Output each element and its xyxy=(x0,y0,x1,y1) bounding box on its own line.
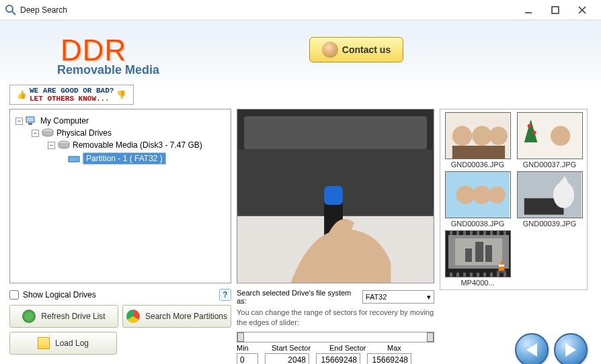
show-logical-checkbox[interactable] xyxy=(9,290,19,300)
minimize-button[interactable] xyxy=(515,1,542,19)
load-log-icon xyxy=(38,337,50,349)
window-controls xyxy=(515,1,596,19)
sector-max-input[interactable] xyxy=(367,353,411,364)
svg-rect-21 xyxy=(452,146,504,159)
sector-end-input[interactable] xyxy=(316,353,360,364)
drive-icon xyxy=(42,128,54,138)
avatar-icon xyxy=(322,42,338,58)
sector-hint-text: You can change the range of sectors for … xyxy=(237,308,434,328)
svg-point-0 xyxy=(6,5,13,12)
thumbnail-item[interactable]: GND00038.JPG xyxy=(443,171,512,228)
brand-subtitle: Removable Media xyxy=(57,63,159,77)
tree-label: My Computer xyxy=(40,116,89,126)
label-max: Max xyxy=(387,344,401,352)
next-button[interactable] xyxy=(554,333,588,364)
svg-point-26 xyxy=(532,130,536,134)
svg-point-24 xyxy=(550,126,569,146)
svg-rect-13 xyxy=(244,116,427,150)
refresh-drive-list-button[interactable]: Refresh Drive List xyxy=(9,305,118,328)
prev-button[interactable] xyxy=(515,333,549,364)
partition-icon xyxy=(68,154,80,163)
arrow-left-icon xyxy=(526,343,537,357)
thumbnail-label: GND00038.JPG xyxy=(451,220,504,228)
app-icon xyxy=(5,5,16,15)
maximize-button[interactable] xyxy=(542,1,569,19)
svg-rect-38 xyxy=(485,245,492,262)
svg-point-19 xyxy=(472,126,491,146)
label-min: Min xyxy=(237,344,258,352)
tree-node-physical-drives[interactable]: − Physical Drives xyxy=(15,127,225,139)
thumbnail-item[interactable]: GND00039.JPG xyxy=(515,171,584,228)
label-start: Start Sector xyxy=(272,344,316,352)
show-logical-label: Show Logical Drives xyxy=(23,290,96,300)
expander-icon[interactable]: − xyxy=(15,118,23,125)
svg-rect-41 xyxy=(499,265,504,267)
slider-start-thumb[interactable] xyxy=(237,332,244,342)
file-system-select[interactable]: FAT32 ▾ xyxy=(362,290,434,304)
thumb-down-icon: 👎 xyxy=(116,90,126,99)
search-more-partitions-button[interactable]: Search More Partitions xyxy=(122,305,231,328)
sector-min-input[interactable] xyxy=(237,353,258,364)
refresh-icon xyxy=(22,310,36,323)
thumbnail-item[interactable]: MP4000... xyxy=(443,230,512,287)
file-system-label: Search selected Drive's file system as: xyxy=(237,289,360,305)
arrow-right-icon xyxy=(565,343,576,357)
expander-icon[interactable]: − xyxy=(32,130,39,137)
tree-node-my-computer[interactable]: − My Computer xyxy=(15,115,225,127)
load-log-label: Load Log xyxy=(55,338,89,348)
expander-icon[interactable]: − xyxy=(48,142,55,149)
thumbnail-item[interactable]: GND00036.JPG xyxy=(443,112,512,169)
svg-point-20 xyxy=(489,127,507,145)
thumbnail-label: GND00037.JPG xyxy=(523,161,576,169)
thumbnail-item[interactable]: GND00037.JPG xyxy=(515,112,584,169)
feedback-line1: WE ARE GOOD OR BAD? xyxy=(30,87,114,95)
svg-point-29 xyxy=(473,186,491,204)
svg-rect-16 xyxy=(324,186,343,205)
tree-label: Removable Media (Disk3 - 7.47 GB) xyxy=(73,140,202,150)
contact-label: Contact us xyxy=(342,44,391,55)
sector-range-slider[interactable] xyxy=(237,332,434,343)
svg-rect-42 xyxy=(497,271,506,273)
brand-logo: DDR xyxy=(61,34,126,67)
computer-icon xyxy=(26,116,38,126)
svg-point-18 xyxy=(452,126,471,146)
svg-point-25 xyxy=(527,124,531,128)
refresh-label: Refresh Drive List xyxy=(41,312,105,321)
slider-end-thumb[interactable] xyxy=(427,332,434,342)
vlc-icon xyxy=(495,259,508,273)
show-logical-row: Show Logical Drives ? xyxy=(9,289,231,301)
drive-preview-image xyxy=(237,109,434,283)
thumbnail-label: MP4000... xyxy=(460,279,494,287)
svg-rect-10 xyxy=(69,156,79,162)
tree-node-partition[interactable]: Partition - 1 ( FAT32 ) xyxy=(15,151,225,166)
sector-start-input[interactable] xyxy=(265,353,309,364)
svg-point-28 xyxy=(456,186,474,204)
svg-rect-3 xyxy=(552,7,559,13)
search-more-label: Search More Partitions xyxy=(145,312,227,321)
tree-label: Physical Drives xyxy=(56,128,112,138)
header-banner: DDR Removable Media Contact us xyxy=(0,20,601,81)
tree-label: Partition - 1 ( FAT32 ) xyxy=(83,152,166,165)
svg-rect-6 xyxy=(26,117,34,122)
thumb-up-icon: 👍 xyxy=(17,90,27,99)
thumbnail-label: GND00039.JPG xyxy=(523,220,576,228)
chevron-down-icon: ▾ xyxy=(427,293,431,302)
svg-point-30 xyxy=(488,187,505,203)
svg-rect-7 xyxy=(28,123,32,125)
search-more-icon xyxy=(126,310,140,323)
feedback-bar: 👍 WE ARE GOOD OR BAD? LET OTHERS KNOW...… xyxy=(9,85,592,105)
recovered-thumbnails: GND00036.JPG GND00037.JPG GND00038.JPG G… xyxy=(440,109,588,290)
close-button[interactable] xyxy=(569,1,596,19)
feedback-button[interactable]: 👍 WE ARE GOOD OR BAD? LET OTHERS KNOW...… xyxy=(9,85,134,105)
svg-point-33 xyxy=(553,182,573,208)
tree-node-removable-media[interactable]: − Removable Media (Disk3 - 7.47 GB) xyxy=(15,139,225,151)
thumbnail-label: GND00036.JPG xyxy=(451,161,504,169)
svg-rect-39 xyxy=(465,248,472,262)
contact-us-button[interactable]: Contact us xyxy=(309,37,403,62)
file-system-value: FAT32 xyxy=(366,293,387,301)
load-log-button[interactable]: Load Log xyxy=(9,332,117,355)
title-bar: Deep Search xyxy=(0,0,601,20)
help-icon[interactable]: ? xyxy=(219,289,231,301)
drive-tree[interactable]: − My Computer − Physical Drives − Remova… xyxy=(9,109,231,283)
drive-icon xyxy=(58,140,70,150)
